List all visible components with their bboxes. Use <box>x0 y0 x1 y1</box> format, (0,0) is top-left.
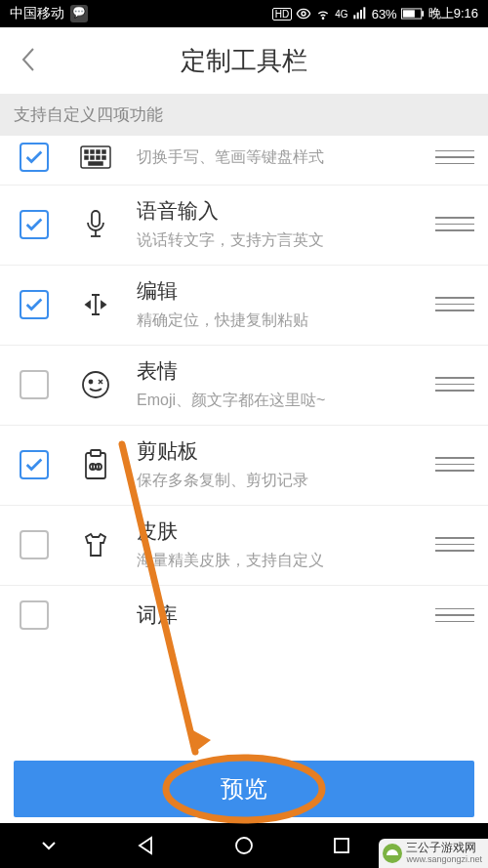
battery-icon <box>401 8 425 20</box>
cursor-icon <box>78 287 113 322</box>
notice-bar: 支持自定义四项功能 <box>0 94 488 136</box>
checkbox[interactable] <box>20 370 49 399</box>
back-button[interactable] <box>14 45 43 74</box>
checkbox[interactable] <box>20 450 49 479</box>
svg-rect-14 <box>85 156 88 159</box>
item-title: 编辑 <box>137 277 435 305</box>
item-subtitle: 保存多条复制、剪切记录 <box>137 471 435 491</box>
skin-icon <box>78 527 113 562</box>
list-item: 皮肤 海量精美皮肤，支持自定义 <box>0 505 488 585</box>
toolbar-list: 切换手写、笔画等键盘样式 语音输入 说话转文字，支持方言英文 编辑 精确定位，快… <box>0 136 488 795</box>
nav-menu-button[interactable] <box>29 826 68 865</box>
time-label: 晚上9:16 <box>428 5 478 22</box>
nav-recents-button[interactable] <box>322 826 361 865</box>
hd-icon: HD <box>272 8 292 21</box>
list-item: 编辑 精确定位，快捷复制粘贴 <box>0 265 488 345</box>
svg-point-0 <box>302 12 305 16</box>
emoji-icon <box>78 367 113 402</box>
svg-rect-8 <box>422 11 424 17</box>
header: 定制工具栏 <box>0 27 488 94</box>
list-item: 表情 Emoji、颜文字都在这里哒~ <box>0 345 488 425</box>
clipboard-icon <box>78 447 113 482</box>
svg-rect-4 <box>360 10 362 19</box>
checkbox[interactable] <box>20 530 49 559</box>
list-item: 词库 <box>0 585 488 646</box>
svg-rect-18 <box>89 162 102 165</box>
svg-rect-7 <box>403 10 415 17</box>
checkbox[interactable] <box>20 210 49 239</box>
svg-rect-10 <box>85 150 88 153</box>
preview-button-label: 预览 <box>221 773 267 805</box>
checkbox[interactable] <box>20 600 49 630</box>
item-title: 词库 <box>137 601 435 629</box>
list-item: 剪贴板 保存多条复制、剪切记录 <box>0 425 488 505</box>
svg-point-32 <box>236 838 252 853</box>
drag-handle-icon[interactable] <box>435 450 474 479</box>
item-subtitle: 精确定位，快捷复制粘贴 <box>137 310 435 331</box>
svg-rect-33 <box>335 839 348 852</box>
item-subtitle: Emoji、颜文字都在这里哒~ <box>137 391 435 411</box>
svg-point-24 <box>90 380 93 383</box>
drag-handle-icon[interactable] <box>435 370 474 399</box>
nav-back-button[interactable] <box>127 826 166 865</box>
item-subtitle: 说话转文字，支持方言英文 <box>137 230 435 251</box>
dict-icon <box>78 598 113 633</box>
watermark: 三公子游戏网 www.sangongzi.net <box>379 839 488 868</box>
item-title: 表情 <box>137 357 435 385</box>
item-title: 语音输入 <box>137 197 435 225</box>
watermark-name: 三公子游戏网 <box>406 842 482 854</box>
svg-rect-13 <box>102 150 105 153</box>
keyboard-icon <box>78 140 113 175</box>
drag-handle-icon[interactable] <box>435 600 474 630</box>
checkbox[interactable] <box>20 143 49 172</box>
drag-handle-icon[interactable] <box>435 290 474 319</box>
svg-point-1 <box>323 18 324 19</box>
svg-rect-15 <box>91 156 94 159</box>
svg-rect-17 <box>102 156 105 159</box>
signal-icon <box>352 6 368 21</box>
list-item: 语音输入 说话转文字，支持方言英文 <box>0 185 488 265</box>
svg-rect-26 <box>91 450 101 456</box>
list-item: 切换手写、笔画等键盘样式 <box>0 136 488 185</box>
page-title: 定制工具栏 <box>181 44 307 78</box>
checkbox[interactable] <box>20 290 49 319</box>
wechat-notification-icon <box>70 5 88 22</box>
svg-rect-5 <box>363 7 365 19</box>
drag-handle-icon[interactable] <box>435 530 474 559</box>
item-subtitle: 海量精美皮肤，支持自定义 <box>137 551 435 571</box>
carrier-label: 中国移动 <box>10 5 64 22</box>
nav-home-button[interactable] <box>224 826 264 865</box>
svg-rect-12 <box>97 150 100 153</box>
battery-label: 63% <box>372 7 397 21</box>
item-title: 剪贴板 <box>137 437 435 465</box>
drag-handle-icon[interactable] <box>435 210 474 239</box>
drag-handle-icon[interactable] <box>435 143 474 172</box>
svg-rect-3 <box>356 13 358 20</box>
mic-icon <box>78 207 113 242</box>
network-label: 4G <box>335 9 347 20</box>
svg-rect-2 <box>353 15 355 19</box>
status-bar: 中国移动 HD 4G 63% 晚上9:16 <box>0 0 488 27</box>
svg-point-23 <box>83 372 108 397</box>
svg-rect-16 <box>97 156 100 159</box>
svg-rect-11 <box>91 150 94 153</box>
watermark-url: www.sangongzi.net <box>406 855 482 865</box>
item-subtitle: 切换手写、笔画等键盘样式 <box>137 147 435 168</box>
svg-rect-19 <box>92 211 100 227</box>
item-title: 皮肤 <box>137 517 435 545</box>
eye-icon <box>296 6 311 21</box>
preview-button[interactable]: 预览 <box>14 761 474 817</box>
wifi-icon <box>315 6 331 21</box>
